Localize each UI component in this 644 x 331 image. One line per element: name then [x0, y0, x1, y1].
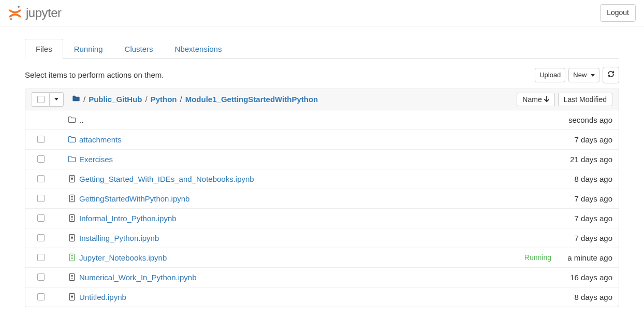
list-item: Installing_Python.ipynb7 days ago	[25, 228, 619, 248]
row-checkbox-cell[interactable]	[32, 175, 50, 182]
select-all-checkbox-wrapper[interactable]	[32, 92, 49, 107]
folder-icon	[65, 116, 79, 123]
item-time: 8 days ago	[555, 175, 612, 183]
list-item: Untitled.ipynb8 days ago	[25, 287, 619, 307]
breadcrumb-item[interactable]: Public_GitHub	[89, 95, 142, 104]
folder-root-icon[interactable]	[72, 95, 80, 104]
parent-dir-name[interactable]: ..	[79, 116, 555, 124]
row-checkbox-cell[interactable]	[32, 254, 50, 261]
notebook-icon	[65, 293, 79, 301]
list-item: Jupyter_Notebooks.ipynbRunninga minute a…	[25, 248, 619, 268]
breadcrumb-item[interactable]: Python	[151, 95, 177, 104]
breadcrumb-item[interactable]: Module1_GettingStartedWithPython	[185, 95, 318, 104]
select-dropdown[interactable]	[49, 92, 64, 107]
sort-name-button[interactable]: Name	[517, 93, 554, 106]
logo-text: jupyter	[26, 6, 62, 20]
folder-icon	[65, 136, 79, 143]
row-checkbox-cell[interactable]	[32, 195, 50, 202]
toolbar-buttons: Upload New	[535, 67, 619, 83]
row-checkbox[interactable]	[37, 136, 45, 143]
svg-point-0	[18, 6, 20, 8]
item-name[interactable]: Getting_Started_With_IDEs_and_Notebooks.…	[79, 175, 555, 183]
notebook-icon	[65, 175, 79, 183]
svg-rect-18	[69, 254, 74, 261]
tab-clusters[interactable]: Clusters	[114, 39, 164, 59]
item-time: 7 days ago	[555, 214, 612, 223]
row-checkbox[interactable]	[37, 293, 45, 300]
item-name[interactable]: Untitled.ipynb	[79, 293, 555, 301]
notebook-icon	[65, 273, 79, 281]
row-checkbox-cell[interactable]	[32, 214, 50, 222]
folder-icon	[65, 155, 79, 163]
notebook-icon	[65, 194, 79, 203]
upload-button[interactable]: Upload	[535, 68, 565, 82]
main-container: Files Running Clusters Nbextensions Sele…	[0, 39, 644, 307]
arrow-down-icon	[544, 95, 549, 104]
item-time: 7 days ago	[555, 234, 612, 242]
selection-hint: Select items to perform actions on them.	[25, 70, 164, 79]
refresh-button[interactable]	[603, 67, 619, 83]
item-time: 21 days ago	[555, 155, 612, 164]
row-checkbox[interactable]	[37, 214, 45, 222]
caret-down-icon	[54, 98, 58, 100]
item-time: a minute ago	[555, 253, 612, 262]
row-checkbox[interactable]	[37, 254, 45, 261]
item-name[interactable]: Jupyter_Notebooks.ipynb	[79, 253, 524, 262]
list-item: GettingStartedWithPython.ipynb7 days ago	[25, 189, 619, 209]
item-name[interactable]: Exercises	[79, 155, 555, 164]
row-checkbox-cell[interactable]	[32, 136, 50, 143]
notebook-icon	[65, 234, 79, 242]
svg-rect-14	[69, 235, 74, 241]
row-checkbox[interactable]	[37, 155, 45, 163]
row-checkbox[interactable]	[37, 274, 45, 281]
svg-rect-22	[69, 274, 74, 281]
row-checkbox[interactable]	[37, 234, 45, 241]
item-name[interactable]: Informal_Intro_Python.ipynb	[79, 214, 555, 223]
breadcrumb-separator: /	[145, 95, 148, 104]
breadcrumb-separator: /	[180, 95, 182, 104]
new-button[interactable]: New	[568, 68, 599, 82]
sort-modified-button[interactable]: Last Modified	[558, 93, 612, 106]
row-checkbox-cell[interactable]	[32, 293, 50, 300]
row-checkbox[interactable]	[37, 175, 45, 182]
list-item: Getting_Started_With_IDEs_and_Notebooks.…	[25, 169, 619, 189]
breadcrumb: / Public_GitHub / Python / Module1_Getti…	[72, 95, 514, 104]
tab-bar: Files Running Clusters Nbextensions	[25, 39, 619, 59]
list-item: Exercises21 days ago	[25, 150, 619, 169]
svg-rect-10	[69, 215, 74, 222]
item-name[interactable]: Installing_Python.ipynb	[79, 234, 555, 242]
row-checkbox[interactable]	[37, 195, 45, 202]
row-checkbox-cell[interactable]	[32, 155, 50, 163]
running-status: Running	[524, 253, 551, 262]
page-header: jupyter Logout	[0, 0, 644, 26]
list-item: Informal_Intro_Python.ipynb7 days ago	[25, 209, 619, 228]
caret-down-icon	[591, 74, 595, 77]
tab-files[interactable]: Files	[25, 39, 63, 59]
logout-button[interactable]: Logout	[600, 4, 636, 22]
row-checkbox-cell[interactable]	[32, 234, 50, 241]
item-time: 7 days ago	[555, 135, 612, 144]
list-item: attachments7 days ago	[25, 130, 619, 150]
tab-nbextensions[interactable]: Nbextensions	[164, 39, 233, 59]
tab-running[interactable]: Running	[63, 39, 114, 59]
select-all-checkbox[interactable]	[37, 96, 45, 103]
parent-dir-time: seconds ago	[555, 116, 612, 124]
item-time: 16 days ago	[555, 273, 612, 282]
refresh-icon	[607, 70, 614, 79]
svg-rect-2	[69, 176, 74, 182]
item-name[interactable]: attachments	[79, 135, 555, 144]
svg-rect-6	[69, 195, 74, 202]
svg-rect-26	[69, 294, 74, 300]
item-time: 7 days ago	[555, 194, 612, 203]
row-checkbox-cell[interactable]	[32, 274, 50, 281]
parent-dir-row[interactable]: .. seconds ago	[25, 110, 619, 130]
item-name[interactable]: GettingStartedWithPython.ipynb	[79, 194, 555, 203]
list-item: Numerical_Work_In_Python.ipynb16 days ag…	[25, 268, 619, 287]
file-list: / Public_GitHub / Python / Module1_Getti…	[25, 89, 619, 307]
notebook-icon	[65, 253, 79, 262]
item-name[interactable]: Numerical_Work_In_Python.ipynb	[79, 273, 555, 282]
new-button-label: New	[573, 71, 587, 79]
list-header: / Public_GitHub / Python / Module1_Getti…	[25, 89, 619, 110]
logo[interactable]: jupyter	[8, 5, 62, 21]
sort-name-label: Name	[522, 95, 541, 104]
